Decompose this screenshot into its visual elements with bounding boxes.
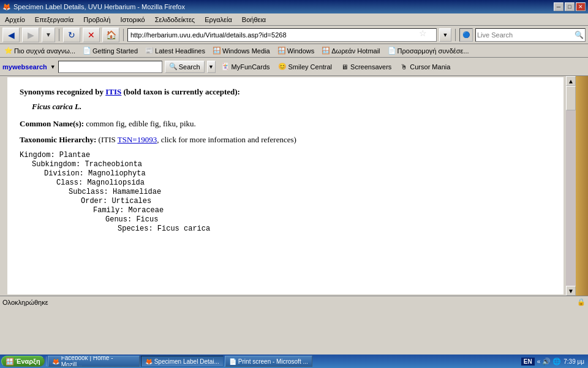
screensavers-icon: 🖥: [339, 62, 349, 72]
menu-edit[interactable]: Επεξεργασία: [32, 15, 76, 24]
main-content: Synonyms recognized by ITIS (bold taxon …: [7, 77, 564, 294]
start-button[interactable]: 🪟 Έναρξη: [1, 356, 45, 367]
status-text: Ολοκληρώθηκε: [2, 299, 577, 306]
scroll-down-button[interactable]: ▼: [566, 286, 576, 296]
fav-item-4[interactable]: 🪟 Windows Media: [211, 46, 272, 55]
taskbar-separator: [46, 356, 47, 366]
menu-file[interactable]: Αρχείο: [2, 15, 28, 24]
windows-logo: 🪟: [6, 358, 14, 366]
fav-icon-6: 🪟: [322, 47, 330, 55]
hierarchy-subkingdom: Subkingdom: Tracheobionta: [32, 160, 551, 169]
search-input[interactable]: [58, 61, 162, 73]
search-icon: 🔍: [169, 63, 178, 71]
myfuncards-icon: 🃏: [221, 62, 230, 72]
statusbar: Ολοκληρώθηκε 🔒: [0, 296, 588, 308]
taskbar: 🪟 Έναρξη 🦊 Facebook | Home - Mozill... 🦊…: [0, 355, 588, 368]
mywebsearch-label[interactable]: mywebsearch: [2, 63, 47, 71]
menubar: Αρχείο Επεξεργασία Προβολή Ιστορικό Σελι…: [0, 13, 588, 26]
taskbar-item-1[interactable]: 🦊 Facebook | Home - Mozill...: [48, 356, 140, 367]
livesearch-button[interactable]: 🔍: [573, 31, 585, 39]
clock: 7:39 μμ: [564, 358, 584, 365]
fav-item-2[interactable]: 📄 Getting Started: [81, 46, 140, 55]
stop-button[interactable]: ✕: [83, 28, 100, 42]
menu-help[interactable]: Βοήθεια: [239, 15, 268, 24]
fav-item-3[interactable]: 📰 Latest Headlines: [143, 46, 207, 55]
tsn-link[interactable]: TSN=19093: [118, 135, 157, 144]
common-name: Common Name(s): common fig, edible fig, …: [20, 119, 551, 129]
toolbar-separator-1: [59, 29, 59, 41]
home-button[interactable]: 🏠: [102, 28, 119, 42]
address-dropdown[interactable]: ▼: [439, 28, 451, 42]
volume-icon[interactable]: 🔊: [542, 358, 551, 366]
menu-view[interactable]: Προβολή: [81, 15, 113, 24]
synonyms-header: Synonyms recognized by ITIS (bold taxon …: [20, 87, 551, 97]
taskbar-item-3[interactable]: 📄 Print screen - Microsoft ...: [225, 356, 312, 367]
hierarchy-order: Order: Urticales: [81, 197, 551, 205]
search-toolbar: mywebsearch ▼ 🔍 Search ▼ 🃏 MyFunCards 😊 …: [0, 58, 588, 76]
screensavers-item[interactable]: 🖥 Screensavers: [337, 61, 394, 72]
favorites-bar: ⭐ Πιο συχνά αναγνω... 📄 Getting Started …: [0, 44, 588, 58]
ie-search-area: 🔵: [459, 28, 473, 42]
hierarchy-family: Family: Moraceae: [93, 206, 551, 215]
scrollbar: ▲ ▼: [566, 76, 576, 296]
toolbar-separator-3: [455, 29, 456, 41]
hierarchy-kingdom: Kingdom: Plantae: [20, 151, 551, 159]
tray-arrow[interactable]: «: [537, 358, 541, 365]
minimize-button[interactable]: ─: [554, 2, 564, 11]
language-indicator: EN: [521, 358, 535, 366]
scroll-track[interactable]: [566, 86, 576, 286]
fav-item-1[interactable]: ⭐ Πιο συχνά αναγνω...: [2, 46, 77, 55]
fav-item-7[interactable]: 📄 Προσαρμογή συνδέσε...: [386, 46, 471, 55]
myfuncards-item[interactable]: 🃏 MyFunCards: [218, 61, 273, 72]
fav-item-5[interactable]: 🪟 Windows: [276, 46, 317, 55]
favorite-star[interactable]: ☆: [419, 28, 434, 42]
itis-link[interactable]: ITIS: [105, 87, 121, 96]
taskbar-icon-2: 🦊: [145, 358, 153, 365]
network-icon[interactable]: 🌐: [552, 358, 561, 366]
firefox-icon: 🦊: [2, 3, 11, 11]
status-right: 🔒: [577, 298, 586, 306]
address-input[interactable]: [130, 31, 419, 39]
ie-logo: 🔵: [461, 29, 472, 40]
window-title: Specimen Label Details, UVU Herbarium - …: [13, 3, 185, 10]
refresh-button[interactable]: ↻: [63, 28, 80, 42]
taxon-hierarchy-header: Taxonomic Hierarchy: (ITIS TSN=19093, cl…: [20, 135, 551, 145]
smiley-icon: 😊: [277, 62, 287, 72]
back-dropdown[interactable]: ▼: [42, 28, 55, 42]
taskbar-icon-3: 📄: [229, 358, 236, 365]
fav-item-6[interactable]: 🪟 Δωρεάν Hotmail: [320, 46, 382, 55]
hierarchy-species: Species: Ficus carica: [118, 224, 551, 233]
menu-bookmarks[interactable]: Σελιδοδείκτες: [153, 15, 197, 24]
fav-icon-3: 📰: [145, 47, 154, 55]
title-area: 🦊 Specimen Label Details, UVU Herbarium …: [2, 3, 185, 11]
menu-history[interactable]: Ιστορικό: [118, 15, 147, 24]
fav-icon-2: 📄: [83, 47, 91, 55]
close-button[interactable]: ✕: [576, 2, 586, 11]
livesearch-input[interactable]: [476, 31, 573, 39]
smiley-item[interactable]: 😊 Smiley Central: [275, 61, 335, 72]
hierarchy-class: Class: Magnoliopsida: [56, 178, 551, 187]
taskbar-item-2[interactable]: 🦊 Specimen Label Detai...: [141, 356, 224, 367]
toolbar-separator-2: [123, 29, 124, 41]
mywebsearch-dropdown[interactable]: ▼: [50, 64, 56, 70]
menu-tools[interactable]: Εργαλεία: [202, 15, 235, 24]
search-button[interactable]: 🔍 Search: [165, 61, 205, 73]
window-controls: ─ □ ✕: [554, 2, 586, 11]
security-icon: 🔒: [577, 298, 586, 306]
scroll-thumb[interactable]: [566, 86, 576, 110]
fav-icon-5: 🪟: [277, 47, 286, 55]
search-button-dropdown[interactable]: ▼: [207, 61, 216, 73]
back-button[interactable]: ◀: [2, 28, 20, 42]
nav-toolbar: ◀ ▶ ▼ ↻ ✕ 🏠 ☆ ▼ 🔵 🔍: [0, 26, 588, 44]
hierarchy-division: Division: Magnoliophyta: [44, 169, 551, 178]
hierarchy-genus: Genus: Ficus: [105, 215, 551, 224]
forward-button[interactable]: ▶: [22, 28, 39, 42]
scroll-up-button[interactable]: ▲: [566, 76, 576, 86]
livesearch-container: 🔍: [475, 28, 586, 42]
taskbar-icon-1: 🦊: [52, 358, 59, 365]
cursor-mania-item[interactable]: 🖱 Cursor Mania: [396, 61, 453, 72]
tray-icons: « 🔊 🌐: [537, 358, 562, 366]
taskbar-right: EN « 🔊 🌐 7:39 μμ: [521, 358, 587, 366]
maximize-button[interactable]: □: [565, 2, 575, 11]
species-name: Ficus carica L.: [32, 102, 551, 112]
